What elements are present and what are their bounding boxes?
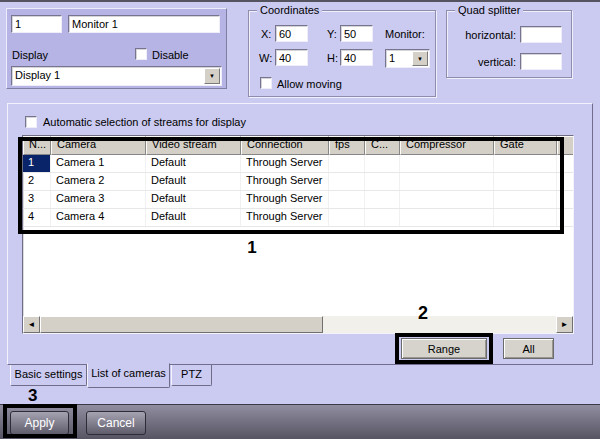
- cell-gate[interactable]: [494, 155, 557, 172]
- footer-bar: Apply Cancel: [0, 404, 600, 439]
- h-field[interactable]: [340, 49, 373, 66]
- camera-table-header: N... Camera Video stream Connection fps …: [23, 136, 573, 155]
- w-label: W:: [259, 52, 272, 64]
- quad-splitter-group: Quad splitter horizontal: vertical:: [446, 10, 572, 78]
- horizontal-scrollbar[interactable]: ◄ ►: [23, 316, 573, 333]
- apply-button[interactable]: Apply: [10, 411, 69, 435]
- all-button[interactable]: All: [503, 338, 554, 359]
- tab-basic-settings[interactable]: Basic settings: [10, 365, 87, 386]
- arrow-right-icon[interactable]: ►: [556, 316, 573, 333]
- cell-filler: [557, 191, 573, 208]
- monitor-select-value: 1: [389, 52, 395, 64]
- cell-fps[interactable]: [329, 209, 365, 226]
- column-header-compressor[interactable]: Compressor: [400, 136, 494, 155]
- cell-n[interactable]: 3: [23, 191, 51, 208]
- cell-fps[interactable]: [329, 173, 365, 190]
- cell-camera[interactable]: Camera 3: [51, 191, 146, 208]
- camera-list-area: N... Camera Video stream Connection fps …: [22, 135, 574, 334]
- allow-moving-label: Allow moving: [277, 78, 342, 90]
- column-header-filler: [557, 136, 573, 155]
- cell-gate[interactable]: [494, 191, 557, 208]
- cell-connection[interactable]: Through Server: [241, 173, 329, 190]
- column-header-n[interactable]: N...: [23, 136, 51, 155]
- coordinates-group-title: Coordinates: [257, 4, 322, 16]
- table-row[interactable]: 4 Camera 4 Default Through Server: [23, 209, 573, 227]
- column-header-gate[interactable]: Gate: [494, 136, 557, 155]
- cell-connection[interactable]: Through Server: [241, 155, 329, 172]
- display-label: Display: [12, 49, 48, 61]
- table-row[interactable]: 1 Camera 1 Default Through Server: [23, 155, 573, 173]
- monitor-select-label: Monitor:: [385, 28, 425, 40]
- cell-video-stream[interactable]: Default: [146, 191, 241, 208]
- cell-video-stream[interactable]: Default: [146, 155, 241, 172]
- cell-video-stream[interactable]: Default: [146, 173, 241, 190]
- table-row[interactable]: 2 Camera 2 Default Through Server: [23, 173, 573, 191]
- cell-connection[interactable]: Through Server: [241, 191, 329, 208]
- auto-streams-label: Automatic selection of streams for displ…: [43, 116, 246, 128]
- identification-group: Display Disable Display 1 ▼: [6, 8, 227, 89]
- column-header-c[interactable]: C...: [365, 136, 400, 155]
- cancel-button[interactable]: Cancel: [86, 411, 146, 435]
- arrow-left-icon[interactable]: ◄: [23, 316, 40, 333]
- cell-compressor[interactable]: [400, 155, 494, 172]
- column-header-fps[interactable]: fps: [329, 136, 365, 155]
- table-row[interactable]: 3 Camera 3 Default Through Server: [23, 191, 573, 209]
- x-field[interactable]: [275, 25, 308, 42]
- cell-compressor[interactable]: [400, 173, 494, 190]
- display-select-value: Display 1: [15, 69, 60, 81]
- cell-gate[interactable]: [494, 209, 557, 226]
- disable-checkbox[interactable]: [135, 48, 147, 60]
- cell-gate[interactable]: [494, 173, 557, 190]
- cell-c[interactable]: [365, 191, 400, 208]
- cell-camera[interactable]: Camera 2: [51, 173, 146, 190]
- display-select[interactable]: Display 1 ▼: [11, 66, 222, 86]
- cell-c[interactable]: [365, 209, 400, 226]
- w-field[interactable]: [275, 49, 308, 66]
- cell-n[interactable]: 4: [23, 209, 51, 226]
- cell-filler: [557, 209, 573, 226]
- monitor-name-field[interactable]: [68, 15, 220, 33]
- scrollbar-thumb[interactable]: [40, 316, 323, 333]
- y-label: Y:: [327, 28, 337, 40]
- tab-ptz[interactable]: PTZ: [171, 365, 212, 386]
- range-button[interactable]: Range: [401, 338, 487, 359]
- cell-c[interactable]: [365, 173, 400, 190]
- h-label: H:: [327, 52, 338, 64]
- quad-splitter-group-title: Quad splitter: [455, 4, 523, 16]
- cell-compressor[interactable]: [400, 209, 494, 226]
- cell-video-stream[interactable]: Default: [146, 209, 241, 226]
- cell-compressor[interactable]: [400, 191, 494, 208]
- tab-list-of-cameras[interactable]: List of cameras: [87, 363, 170, 388]
- monitor-id-field[interactable]: [11, 15, 62, 33]
- annotation-number-3: 3: [28, 386, 37, 406]
- column-header-video-stream[interactable]: Video stream: [146, 136, 241, 155]
- cell-fps[interactable]: [329, 155, 365, 172]
- cell-filler: [557, 155, 573, 172]
- y-field[interactable]: [340, 25, 373, 42]
- monitor-settings-dialog: Display Disable Display 1 ▼ Coordinates …: [0, 0, 600, 439]
- chevron-down-icon[interactable]: ▼: [412, 51, 428, 66]
- cell-n[interactable]: 2: [23, 173, 51, 190]
- horizontal-label: horizontal:: [461, 29, 516, 41]
- chevron-down-icon[interactable]: ▼: [204, 68, 220, 84]
- cell-connection[interactable]: Through Server: [241, 209, 329, 226]
- x-label: X:: [261, 28, 271, 40]
- cell-filler: [557, 173, 573, 190]
- cell-camera[interactable]: Camera 1: [51, 155, 146, 172]
- cell-camera[interactable]: Camera 4: [51, 209, 146, 226]
- vertical-label: vertical:: [461, 56, 516, 68]
- coordinates-group: Coordinates X: Y: Monitor: W: H: 1 ▼ All…: [248, 10, 436, 97]
- cell-fps[interactable]: [329, 191, 365, 208]
- disable-checkbox-label: Disable: [152, 49, 189, 61]
- auto-streams-checkbox[interactable]: [25, 116, 37, 128]
- column-header-camera[interactable]: Camera: [51, 136, 146, 155]
- vertical-field[interactable]: [520, 53, 562, 70]
- column-header-connection[interactable]: Connection: [241, 136, 329, 155]
- cell-n[interactable]: 1: [23, 155, 51, 172]
- monitor-select[interactable]: 1 ▼: [385, 49, 430, 68]
- cell-c[interactable]: [365, 155, 400, 172]
- horizontal-field[interactable]: [520, 26, 562, 43]
- allow-moving-checkbox[interactable]: [260, 77, 272, 89]
